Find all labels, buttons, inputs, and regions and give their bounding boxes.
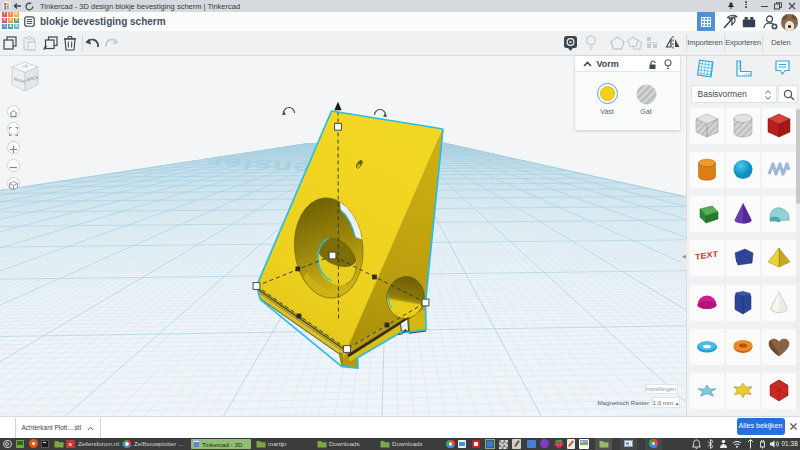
svg-text:TEXT: TEXT [695, 249, 719, 262]
